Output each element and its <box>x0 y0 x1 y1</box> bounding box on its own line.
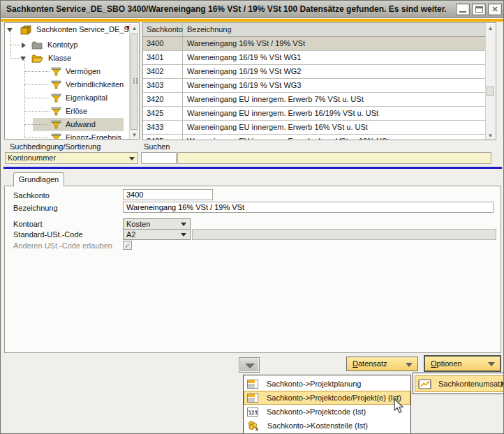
optionen-button[interactable]: Optionen <box>424 355 501 372</box>
table-scrollbar-thumb[interactable] <box>487 87 494 96</box>
tree-root-item[interactable]: Sachkonten Service_DE_SB <box>5 23 139 38</box>
tree-item-label: Eigenkapital <box>63 91 108 105</box>
bezeichnung-field[interactable] <box>123 202 494 213</box>
tree-item-label: Klasse <box>45 52 71 65</box>
filter-icon <box>51 78 61 91</box>
cell-bezeichnung: Wareneingang 16/19 % VSt WG2 <box>183 65 486 78</box>
search-condition-label: Suchbedingung/Sortierung <box>10 142 101 151</box>
package-icon <box>20 23 31 36</box>
menu-item-kostenstelle-ist[interactable]: $ Sachkonto->Kostenstelle (Ist) <box>244 419 410 433</box>
menu-item-projektcode-projekte-ist[interactable]: Sachkonto->Projektcode/Projekt(e) (Ist) <box>244 391 410 405</box>
table-123-icon <box>247 407 258 417</box>
scroll-grip-icon <box>133 78 135 80</box>
filter-icon <box>51 65 61 78</box>
scroll-up-icon[interactable]: ▲ <box>486 24 495 33</box>
cell-sachkonto: 3403 <box>143 79 183 92</box>
scroll-down-icon[interactable]: ▼ <box>130 130 139 140</box>
account-tree: Sachkonten Service_DE_SB Kontotyp Klasse <box>4 22 140 140</box>
menu-item-projektcode-ist[interactable]: Sachkonto->Projektcode (Ist) <box>244 405 410 419</box>
tree-item-kontotyp[interactable]: Kontotyp <box>5 38 139 52</box>
ust-code-combo[interactable]: A2 <box>123 229 191 240</box>
menu-item-label: Sachkonto->Projektcode (Ist) <box>258 407 366 416</box>
accounts-table: Sachkonto Bezeichnung 3400 Wareneingang … <box>142 22 496 140</box>
tree-item-label: Kontotyp <box>45 38 77 52</box>
allow-other-ust-label: Anderen USt.-Code erlauben <box>13 241 112 250</box>
tree-root-label: Sachkonten Service_DE_SB <box>34 23 134 36</box>
datensatz-button[interactable]: Datensatz <box>346 357 418 371</box>
menu-item-label: Sachkontenumsatz <box>431 380 504 388</box>
table-row[interactable]: 3435 Wareneingang EU innergem. Erwerb oh… <box>143 135 486 140</box>
column-header-sachkonto[interactable]: Sachkonto <box>143 23 183 36</box>
cell-sachkonto: 3420 <box>143 93 183 106</box>
expander-open-icon[interactable] <box>7 28 13 32</box>
menu-item-projektplanung[interactable]: Sachkonto->Projektplanung <box>244 377 410 391</box>
search-condition-combo[interactable]: Kontonummer <box>5 152 138 164</box>
ust-code-extra-field <box>192 229 496 240</box>
divider <box>3 167 502 169</box>
cell-bezeichnung: Wareneingang EU innergem. Erwerb ohne. V… <box>183 135 486 140</box>
table-header-row: Sachkonto Bezeichnung <box>143 23 486 37</box>
chevron-down-icon[interactable] <box>129 157 135 160</box>
cell-bezeichnung: Wareneingang 16/19 % VSt WG3 <box>183 79 486 92</box>
collapse-button[interactable] <box>239 357 260 373</box>
sachkonto-submenu: Sachkonto->Projektplanung Sachkonto->Pro… <box>243 375 411 434</box>
close-icon: ✕ <box>489 5 501 14</box>
table-row[interactable]: 3420 Wareneingang EU innergem. Erwerb 7%… <box>143 93 486 107</box>
sachkonto-field[interactable] <box>123 189 213 200</box>
allow-other-ust-checkbox[interactable]: ✓ <box>123 241 132 250</box>
cell-sachkonto: 3435 <box>143 135 183 140</box>
cell-sachkonto: 3400 <box>143 37 183 50</box>
tree-scrollbar[interactable]: ▲ ▼ <box>129 24 138 140</box>
tree-item-label: Erlöse <box>63 105 87 118</box>
restore-icon <box>475 6 483 13</box>
menu-item-label: Sachkonto->Projektcode/Projekt(e) (Ist) <box>258 394 401 402</box>
table-row[interactable]: 3402 Wareneingang 16/19 % VSt WG2 <box>143 65 486 79</box>
form-window-icon <box>247 394 258 403</box>
table-row[interactable]: 3401 Wareneingang 16/19 % VSt WG1 <box>143 51 486 65</box>
folder-closed-icon <box>31 38 43 52</box>
table-row[interactable]: 3425 Wareneingang EU innergem. Erwerb 16… <box>143 107 486 121</box>
restore-button[interactable] <box>472 3 486 15</box>
menu-item-label: Sachkonto->Projektplanung <box>258 380 361 388</box>
table-row[interactable]: 3400 Wareneingang 16% VSt / 19% VSt <box>143 37 486 51</box>
search-input-small[interactable] <box>141 152 177 164</box>
menu-item-sachkontenumsatz[interactable]: Sachkontenumsatz <box>415 375 504 392</box>
expander-closed-icon[interactable] <box>22 43 26 48</box>
table-scrollbar[interactable]: ▲ ▼ <box>485 24 495 140</box>
scroll-up-icon[interactable]: ▲ <box>130 24 139 33</box>
tree-scrollbar-thumb[interactable] <box>131 33 138 130</box>
filter-icon <box>51 91 61 105</box>
table-row[interactable]: 3433 Wareneingang EU innergem. Erwerb 16… <box>143 121 486 135</box>
close-button[interactable]: ✕ <box>488 3 502 15</box>
form-window-icon <box>247 380 258 389</box>
tree-item-finanz-ergebnis[interactable]: Finanz-Ergebnis <box>5 131 139 140</box>
arrow-down-icon <box>245 364 255 368</box>
search-condition-value: Kontonummer <box>8 154 56 162</box>
minimize-button[interactable] <box>456 3 470 15</box>
kontoart-value: Kosten <box>126 220 150 228</box>
filter-icon <box>51 118 61 131</box>
column-header-bezeichnung[interactable]: Bezeichnung <box>183 23 486 36</box>
menu-item-label: Sachkonto->Kostenstelle (Ist) <box>259 421 368 430</box>
submenu-arrow-icon <box>501 381 504 387</box>
svg-text:$: $ <box>255 426 259 431</box>
chevron-down-icon[interactable] <box>181 233 186 237</box>
search-input[interactable] <box>177 152 491 164</box>
accent-bar <box>1 19 503 22</box>
cell-sachkonto: 3401 <box>143 51 183 64</box>
table-row[interactable]: 3403 Wareneingang 16/19 % VSt WG3 <box>143 79 486 93</box>
scroll-down-icon[interactable]: ▼ <box>486 131 495 140</box>
cell-bezeichnung: Wareneingang EU innergem. Erwerb 16/19% … <box>183 107 486 120</box>
folder-open-icon <box>31 52 43 65</box>
coins-icon: $ <box>247 421 259 431</box>
bezeichnung-label: Bezeichnung <box>13 204 58 212</box>
tab-grundlagen[interactable]: Grundlagen <box>13 172 64 186</box>
tree-item-label: Finanz-Ergebnis <box>63 131 121 140</box>
chevron-down-icon[interactable] <box>181 223 186 226</box>
chevron-down-icon <box>488 362 495 366</box>
cell-sachkonto: 3425 <box>143 107 183 120</box>
minimize-icon <box>459 11 466 13</box>
cell-bezeichnung: Wareneingang EU innergem. Erwerb 16% VSt… <box>183 121 486 134</box>
kontoart-combo[interactable]: Kosten <box>123 218 191 230</box>
window-title: Sachkonten Service_DE_SBO 3400/Wareneing… <box>6 1 446 18</box>
